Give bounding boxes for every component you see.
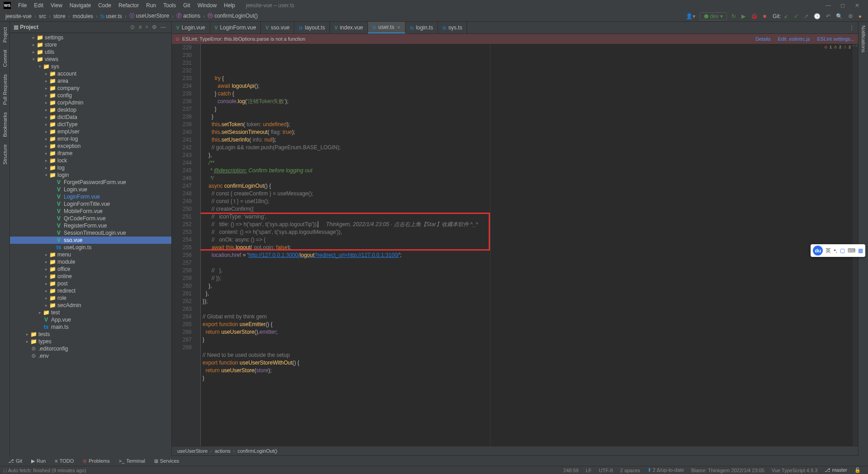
tool-tab-project[interactable]: Project: [1, 24, 9, 46]
menu-edit[interactable]: Edit: [30, 2, 47, 9]
ime-grid-icon[interactable]: ▦: [858, 247, 863, 254]
tree-item[interactable]: VSessionTimeoutLogin.vue: [10, 229, 171, 237]
cursor-position[interactable]: 248:59: [560, 468, 582, 473]
editor-tab[interactable]: tsuser.ts✕: [368, 22, 406, 33]
tree-item[interactable]: ▸📁secAdmin: [10, 302, 171, 309]
tool-window-terminal[interactable]: >_Terminal: [114, 458, 150, 464]
close-tab-icon[interactable]: ✕: [397, 25, 401, 30]
tree-item[interactable]: VApp.vue: [10, 316, 171, 323]
tree-item[interactable]: Vsso.vue: [10, 237, 171, 244]
tree-item[interactable]: ⚙.editorconfig: [10, 345, 171, 352]
menu-code[interactable]: Code: [94, 2, 115, 9]
blame-info[interactable]: Blame: Thinkgem 2022/1/4 23:05: [688, 468, 768, 473]
editor-tab[interactable]: tssys.ts: [438, 22, 467, 33]
nav-crumb[interactable]: modules: [71, 13, 95, 19]
nav-crumb[interactable]: src: [37, 13, 48, 19]
menu-help[interactable]: Help: [220, 2, 239, 9]
tree-item[interactable]: VRegisterForm.vue: [10, 222, 171, 229]
menu-git[interactable]: Git: [179, 2, 193, 9]
tree-item[interactable]: VLoginForm.vue: [10, 193, 171, 200]
hide-icon[interactable]: —: [159, 24, 168, 30]
tabs-more-icon[interactable]: ⋮: [845, 22, 858, 33]
menu-navigate[interactable]: Navigate: [66, 2, 94, 9]
tree-item[interactable]: VQrCodeForm.vue: [10, 215, 171, 222]
tree-item[interactable]: VLoginFormTitle.vue: [10, 200, 171, 208]
tree-item[interactable]: ▸📁lock: [10, 157, 171, 164]
file-encoding[interactable]: UTF-8: [595, 468, 617, 473]
tree-item[interactable]: ▸📁module: [10, 258, 171, 265]
editor-tab[interactable]: VLoginForm.vue: [210, 22, 261, 33]
tree-item[interactable]: ⚙.env: [10, 352, 171, 360]
tree-item[interactable]: tsmain.ts: [10, 323, 171, 331]
tree-item[interactable]: ▸📁dictType: [10, 121, 171, 128]
expand-all-icon[interactable]: ≡: [137, 24, 143, 30]
tree-item[interactable]: VMobileForm.vue: [10, 208, 171, 215]
menu-refactor[interactable]: Refactor: [115, 2, 142, 9]
project-tree[interactable]: ▸📁settings▸📁store▸📁utils▾📁views▾📁sys▸📁ac…: [10, 33, 171, 456]
menu-run[interactable]: Run: [142, 2, 160, 9]
tree-item[interactable]: ▾📁login: [10, 171, 171, 179]
tree-item[interactable]: tsuseLogin.ts: [10, 244, 171, 251]
tree-item[interactable]: ▸📁redirect: [10, 287, 171, 294]
ime-punct-icon[interactable]: •,: [834, 247, 837, 254]
menu-file[interactable]: File: [14, 2, 30, 9]
editor-tab[interactable]: tslogin.ts: [406, 22, 438, 33]
user-icon[interactable]: 👤▾: [683, 13, 698, 19]
fold-gutter[interactable]: [195, 44, 201, 446]
tool-window-problems[interactable]: ⊘Problems: [78, 458, 114, 464]
tree-item[interactable]: ▸📁empUser: [10, 128, 171, 135]
nav-crumb[interactable]: ⓜconfirmLoginOut(): [206, 12, 259, 20]
ime-keyboard-icon[interactable]: ⌨: [848, 247, 855, 254]
avatar-icon[interactable]: ●: [856, 13, 864, 19]
line-separator[interactable]: LF: [582, 468, 595, 473]
tool-window-git[interactable]: ⎇Git: [4, 458, 27, 464]
crumb-1[interactable]: actions: [213, 448, 232, 454]
edit-eslintrc-link[interactable]: Edit .eslintrc.js: [778, 36, 810, 42]
tree-item[interactable]: ▾📁views: [10, 56, 171, 63]
minimize-button[interactable]: —: [821, 2, 835, 9]
tree-item[interactable]: ▸📁online: [10, 273, 171, 280]
settings-button[interactable]: ⚙: [845, 13, 856, 19]
ime-lang[interactable]: 英: [826, 247, 831, 255]
tree-item[interactable]: ▸📁store: [10, 41, 171, 48]
tree-item[interactable]: VForgetPasswordForm.vue: [10, 179, 171, 186]
tool-window-services[interactable]: ⊞Services: [150, 458, 184, 464]
git-branch[interactable]: ⎇ master: [821, 467, 851, 473]
tree-item[interactable]: ▸📁role: [10, 294, 171, 302]
tree-item[interactable]: ▸📁area: [10, 77, 171, 85]
tree-item[interactable]: ▸📁tests: [10, 331, 171, 338]
editor-tab[interactable]: VLogin.vue: [172, 22, 210, 33]
search-everywhere-button[interactable]: 🔍: [833, 13, 845, 19]
debug-button[interactable]: 🐞: [748, 13, 760, 19]
nav-crumb[interactable]: ⓥuseUserStore: [127, 12, 171, 20]
tree-item[interactable]: ▸📁settings: [10, 34, 171, 41]
nav-crumb[interactable]: ⓟactions: [175, 12, 202, 20]
tool-tab-bookmarks[interactable]: Bookmarks: [1, 109, 9, 141]
tree-item[interactable]: ▸📁test: [10, 309, 171, 316]
tree-item[interactable]: ▸📁utils: [10, 48, 171, 56]
nav-crumb[interactable]: tsuser.ts: [99, 13, 124, 19]
nav-crumb[interactable]: store: [52, 13, 67, 19]
git-rollback-button[interactable]: ↶: [823, 13, 833, 19]
eslint-settings-link[interactable]: ESLint settings...: [817, 36, 854, 42]
reload-button[interactable]: ↻: [729, 13, 739, 19]
git-update-button[interactable]: ↙: [781, 13, 791, 19]
crumb-0[interactable]: useUserStore: [175, 448, 209, 454]
line-number-gutter[interactable]: 2292302312322332342352362372382392402412…: [172, 44, 195, 446]
tree-item[interactable]: ▸📁office: [10, 265, 171, 273]
tree-item[interactable]: ▸📁menu: [10, 251, 171, 258]
editor-tab[interactable]: tslayout.ts: [294, 22, 330, 33]
baidu-ime-widget[interactable]: du 英 •, ▢ ⌨ ▦: [811, 244, 865, 257]
menu-tools[interactable]: Tools: [160, 2, 179, 9]
tool-tab-commit[interactable]: Commit: [1, 46, 9, 71]
code-editor[interactable]: try { await logoutApi(); } catch { conso…: [201, 44, 853, 446]
tree-item[interactable]: ▸📁corpAdmin: [10, 99, 171, 106]
details-link[interactable]: Details: [755, 36, 771, 42]
tool-tab-structure[interactable]: Structure: [1, 141, 9, 168]
indent-setting[interactable]: 2 spaces: [617, 468, 644, 473]
select-opened-file-icon[interactable]: ⊙: [128, 24, 137, 30]
editor-tab[interactable]: Vsso.vue: [261, 22, 294, 33]
menu-view[interactable]: View: [47, 2, 66, 9]
git-commit-button[interactable]: ✓: [791, 13, 801, 19]
maximize-button[interactable]: ◻: [835, 2, 850, 9]
